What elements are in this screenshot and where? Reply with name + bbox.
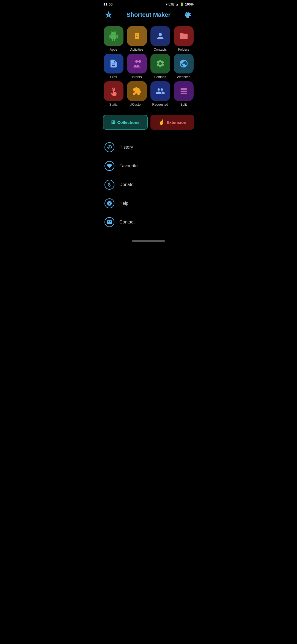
extension-label: Extension — [167, 120, 186, 125]
apps-icon — [104, 26, 123, 46]
shortcut-files[interactable]: Files — [103, 54, 124, 79]
shortcut-contacts[interactable]: Contacts — [150, 26, 171, 51]
time-display: 11:00 — [103, 2, 112, 6]
folders-icon — [174, 26, 194, 46]
shortcut-activities[interactable]: Activities — [126, 26, 147, 51]
shortcut-static[interactable]: Static — [103, 81, 124, 107]
activities-label: Activities — [130, 48, 143, 51]
shortcut-custom[interactable]: #Custom — [126, 81, 147, 107]
shortcuts-grid: AppsActivitiesContactsFoldersFilesIntent… — [99, 24, 198, 112]
palette-button[interactable] — [184, 10, 193, 20]
split-label: Split — [180, 103, 187, 107]
shortcut-split[interactable]: Split — [173, 81, 194, 107]
menu-item-favourite[interactable]: Favourite — [103, 157, 194, 175]
requested-label: Requested — [152, 103, 168, 107]
settings-label: Settings — [154, 75, 166, 79]
status-icons: ▾ LTE ▲ 🔋 100% — [166, 2, 194, 6]
favourite-menu-label: Favourite — [119, 163, 138, 168]
shortcut-settings[interactable]: Settings — [150, 54, 171, 79]
svg-rect-3 — [180, 88, 187, 90]
intents-label: Intents — [132, 75, 142, 79]
palette-icon — [185, 11, 192, 19]
shortcut-intents[interactable]: Intents — [126, 54, 147, 79]
status-bar: 11:00 ▾ LTE ▲ 🔋 100% — [99, 0, 198, 7]
help-menu-label: Help — [119, 201, 128, 206]
static-icon — [104, 81, 123, 101]
app-header: ! Shortcut Maker — [99, 7, 198, 24]
help-icon — [105, 198, 114, 208]
collections-icon: ⊞ — [111, 119, 115, 125]
shortcut-folders[interactable]: Folders — [173, 26, 194, 51]
wifi-icon: ▾ — [166, 2, 167, 6]
extension-button[interactable]: ☝ Extension — [150, 115, 194, 130]
files-icon — [104, 54, 123, 73]
lte-label: LTE — [169, 2, 175, 6]
svg-rect-4 — [180, 91, 187, 92]
websites-label: Websites — [177, 75, 190, 79]
signal-icon: ▲ — [175, 2, 179, 6]
menu-item-history[interactable]: History — [103, 138, 194, 157]
folders-label: Folders — [178, 48, 189, 51]
alert-button[interactable]: ! — [104, 10, 113, 20]
alert-badge-icon: ! — [105, 11, 112, 19]
split-icon — [174, 81, 194, 101]
svg-rect-1 — [136, 35, 138, 36]
collections-label: Collections — [117, 120, 140, 125]
contacts-label: Contacts — [154, 48, 167, 51]
shortcut-requested[interactable]: Requested — [150, 81, 171, 107]
intents-icon — [127, 54, 147, 73]
bottom-nav-bar — [99, 237, 198, 245]
files-label: Files — [110, 75, 117, 79]
settings-icon — [150, 54, 170, 73]
app-title: Shortcut Maker — [127, 11, 170, 18]
menu-list: HistoryFavouriteDonateHelpContact — [99, 135, 198, 234]
custom-label: #Custom — [130, 103, 143, 107]
static-label: Static — [109, 103, 117, 107]
contact-icon — [105, 217, 114, 227]
battery-label: 100% — [185, 2, 194, 6]
shortcut-apps[interactable]: Apps — [103, 26, 124, 51]
shortcut-websites[interactable]: Websites — [173, 54, 194, 79]
menu-item-contact[interactable]: Contact — [103, 213, 194, 231]
extension-icon: ☝ — [158, 119, 164, 125]
collections-button[interactable]: ⊞ Collections — [103, 115, 148, 130]
donate-menu-label: Donate — [119, 182, 134, 187]
activities-icon — [127, 26, 147, 46]
requested-icon — [150, 81, 170, 101]
menu-item-donate[interactable]: Donate — [103, 175, 194, 194]
favourite-icon — [105, 161, 114, 171]
history-icon — [105, 142, 114, 152]
battery-icon: 🔋 — [180, 2, 184, 6]
apps-label: Apps — [110, 48, 117, 51]
websites-icon — [174, 54, 194, 73]
donate-icon — [105, 180, 114, 190]
svg-rect-5 — [180, 93, 187, 94]
contact-menu-label: Contact — [119, 220, 134, 225]
custom-icon — [127, 81, 147, 101]
action-buttons-row: ⊞ Collections ☝ Extension — [99, 112, 198, 135]
svg-rect-2 — [136, 36, 137, 37]
history-menu-label: History — [119, 145, 133, 150]
home-indicator — [132, 240, 165, 242]
menu-item-help[interactable]: Help — [103, 194, 194, 213]
contacts-icon — [150, 26, 170, 46]
